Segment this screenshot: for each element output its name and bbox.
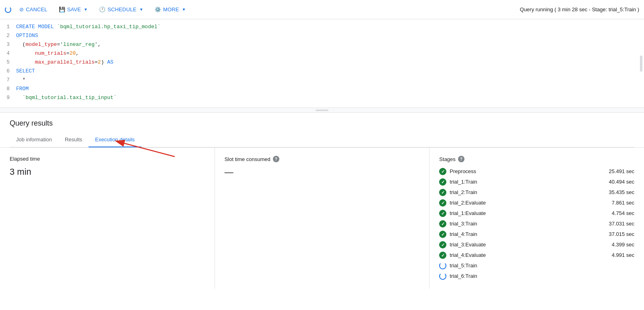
stage-name: trial_1:Train (450, 178, 603, 186)
slot-time-col: Slot time consumed ? — (215, 148, 430, 289)
stage-name: trial_3:Train (450, 219, 603, 228)
tab-job-information[interactable]: Job information (10, 132, 58, 147)
check-complete-icon (439, 231, 446, 238)
tab-execution-details[interactable]: Execution details (89, 132, 141, 147)
code-line: 1CREATE MODEL `bqml_tutorial.hp_taxi_tip… (0, 23, 644, 31)
check-complete-icon (439, 252, 446, 259)
code-line: 3 (model_type='linear_reg', (0, 40, 644, 49)
cancel-icon: ⊘ (19, 6, 24, 12)
stage-time: 4.754 sec (606, 209, 634, 218)
code-line: 7 * (0, 76, 644, 85)
stage-time: 37.015 sec (606, 230, 634, 239)
stage-time: 37.031 sec (606, 219, 634, 228)
line-number: 6 (3, 67, 16, 76)
slot-time-label: Slot time consumed ? (225, 156, 420, 162)
stage-name: trial_6:Train (450, 272, 603, 281)
check-running-icon (439, 262, 446, 269)
resize-handle (316, 110, 328, 111)
code-line: 6SELECT (0, 67, 644, 76)
cancel-label: CANCEL (26, 6, 47, 12)
more-chevron-icon: ▼ (182, 7, 186, 12)
line-number: 3 (3, 40, 16, 49)
editor-resizer[interactable] (0, 108, 644, 113)
stage-row: trial_5:Train (439, 261, 634, 270)
tab-results[interactable]: Results (58, 132, 89, 147)
slot-time-value: — (225, 167, 420, 178)
results-title: Query results (10, 119, 634, 128)
stage-row: trial_1:Train40.494 sec (439, 178, 634, 186)
stages-help-icon[interactable]: ? (458, 156, 464, 162)
check-complete-icon (439, 210, 446, 217)
stage-row: trial_6:Train (439, 272, 634, 281)
line-number: 2 (3, 31, 16, 40)
code-line: 5 max_parallel_trials=2) AS (0, 58, 644, 67)
stage-row: trial_4:Evaluate4.991 sec (439, 251, 634, 260)
more-label: MORE (163, 6, 179, 12)
stages-list: Preprocess25.491 sectrial_1:Train40.494 … (439, 167, 634, 281)
stage-name: trial_2:Evaluate (450, 198, 603, 207)
schedule-button[interactable]: 🕐 SCHEDULE ▼ (94, 4, 148, 15)
cancel-button[interactable]: ⊘ CANCEL (14, 4, 52, 15)
save-chevron-icon: ▼ (84, 7, 88, 12)
save-icon: 💾 (59, 6, 65, 12)
stage-row: trial_3:Evaluate4.399 sec (439, 240, 634, 249)
results-tabs: Job information Results Execution detail… (10, 132, 634, 147)
gear-icon: ⚙️ (155, 6, 161, 12)
stages-label: Stages ? (439, 156, 634, 162)
code-line: 9 `bqml_tutorial.taxi_tip_input` (0, 93, 644, 102)
stage-row: trial_1:Evaluate4.754 sec (439, 209, 634, 218)
stage-time: 7.861 sec (606, 198, 634, 207)
line-content: max_parallel_trials=2) AS (16, 58, 641, 67)
line-content: `bqml_tutorial.taxi_tip_input` (16, 93, 641, 102)
line-content: * (16, 76, 641, 85)
line-content: SELECT (16, 67, 641, 76)
stage-name: trial_2:Train (450, 188, 603, 197)
line-content: FROM (16, 85, 641, 93)
line-content: num_trials=20, (16, 49, 641, 58)
check-complete-icon (439, 189, 446, 196)
stages-col: Stages ? Preprocess25.491 sectrial_1:Tra… (429, 148, 644, 289)
line-content: CREATE MODEL `bqml_tutorial.hp_taxi_tip_… (16, 23, 641, 31)
slot-time-help-icon[interactable]: ? (273, 156, 279, 162)
stage-name: trial_5:Train (450, 261, 603, 270)
code-editor[interactable]: 1CREATE MODEL `bqml_tutorial.hp_taxi_tip… (0, 19, 644, 108)
toolbar: ⊘ CANCEL 💾 SAVE ▼ 🕐 SCHEDULE ▼ ⚙️ MORE ▼… (0, 0, 644, 19)
save-button[interactable]: 💾 SAVE ▼ (54, 4, 93, 15)
stage-time: 40.494 sec (606, 178, 634, 186)
line-number: 9 (3, 93, 16, 102)
code-line: 2OPTIONS (0, 31, 644, 40)
save-label: SAVE (67, 6, 81, 12)
stage-name: Preprocess (450, 167, 603, 176)
code-line: 8FROM (0, 85, 644, 93)
execution-content: Elapsed time 3 min Slot time consumed ? … (0, 147, 644, 289)
stage-row: trial_3:Train37.031 sec (439, 219, 634, 228)
stage-name: trial_3:Evaluate (450, 240, 603, 249)
schedule-label: SCHEDULE (107, 6, 136, 12)
line-content: (model_type='linear_reg', (16, 40, 641, 49)
stage-time: 4.399 sec (606, 240, 634, 249)
line-number: 4 (3, 49, 16, 58)
stage-time: 4.991 sec (606, 251, 634, 260)
stage-name: trial_4:Evaluate (450, 251, 603, 260)
stage-name: trial_4:Train (450, 230, 603, 239)
more-button[interactable]: ⚙️ MORE ▼ (150, 4, 191, 15)
stage-time: 35.435 sec (606, 188, 634, 197)
line-number: 1 (3, 23, 16, 31)
schedule-chevron-icon: ▼ (139, 7, 143, 12)
line-number: 5 (3, 58, 16, 67)
query-status: Query running ( 3 min 28 sec - Stage: tr… (520, 6, 639, 12)
elapsed-time-label: Elapsed time (10, 156, 205, 162)
elapsed-time-value: 3 min (10, 167, 205, 177)
stage-row: Preprocess25.491 sec (439, 167, 634, 176)
check-complete-icon (439, 199, 446, 207)
line-content: OPTIONS (16, 31, 641, 40)
code-line: 4 num_trials=20, (0, 49, 644, 58)
elapsed-time-col: Elapsed time 3 min (0, 148, 215, 289)
check-complete-icon (439, 241, 446, 248)
check-complete-icon (439, 168, 446, 175)
stage-row: trial_2:Train35.435 sec (439, 188, 634, 197)
stage-row: trial_2:Evaluate7.861 sec (439, 198, 634, 207)
stage-name: trial_1:Evaluate (450, 209, 603, 218)
stage-time: 25.491 sec (606, 167, 634, 176)
vertical-scrollbar[interactable] (640, 56, 642, 72)
